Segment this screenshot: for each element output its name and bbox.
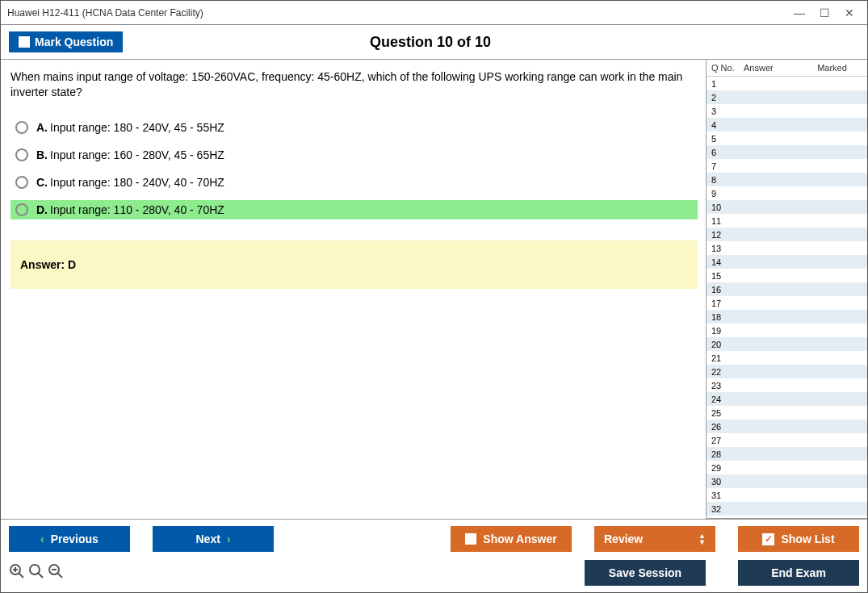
chevron-right-icon: › bbox=[227, 532, 231, 545]
list-row[interactable]: 28 bbox=[707, 447, 867, 461]
option-b[interactable]: B.Input range: 160 - 280V, 45 - 65HZ bbox=[10, 145, 698, 165]
previous-button[interactable]: ‹ Previous bbox=[9, 526, 130, 552]
checkbox-icon bbox=[465, 533, 476, 545]
list-row[interactable]: 16 bbox=[707, 282, 867, 296]
review-button[interactable]: Review ▲▼ bbox=[594, 526, 715, 552]
list-row[interactable]: 17 bbox=[707, 296, 867, 310]
list-row[interactable]: 1 bbox=[707, 77, 867, 90]
list-row[interactable]: 5 bbox=[707, 132, 867, 145]
list-row[interactable]: 23 bbox=[707, 378, 867, 392]
list-row[interactable]: 20 bbox=[707, 337, 867, 351]
list-row[interactable]: 10 bbox=[707, 200, 867, 214]
app-window: Huawei H12-411 (HCNA Data Center Facilit… bbox=[0, 0, 868, 593]
close-icon[interactable]: ✕ bbox=[845, 6, 854, 19]
svg-line-5 bbox=[39, 573, 44, 578]
titlebar: Huawei H12-411 (HCNA Data Center Facilit… bbox=[1, 1, 867, 25]
question-header-row: Mark Question Question 10 of 10 bbox=[1, 25, 867, 60]
radio-icon bbox=[15, 148, 28, 161]
question-text: When mains input range of voltage: 150-2… bbox=[10, 69, 698, 100]
list-row[interactable]: 15 bbox=[707, 269, 867, 282]
col-marked: Marked bbox=[802, 63, 862, 73]
next-button[interactable]: Next › bbox=[153, 526, 274, 552]
save-session-button[interactable]: Save Session bbox=[585, 560, 706, 586]
question-counter: Question 10 of 10 bbox=[123, 34, 738, 51]
list-row[interactable]: 25 bbox=[707, 406, 867, 420]
list-row[interactable]: 2 bbox=[707, 90, 867, 104]
zoom-out-icon[interactable] bbox=[48, 563, 64, 583]
svg-line-1 bbox=[19, 573, 24, 578]
answer-label: Answer: D bbox=[20, 258, 76, 271]
list-row[interactable]: 27 bbox=[707, 433, 867, 447]
list-row[interactable]: 8 bbox=[707, 173, 867, 186]
list-row[interactable]: 19 bbox=[707, 324, 867, 337]
window-title: Huawei H12-411 (HCNA Data Center Facilit… bbox=[7, 7, 203, 19]
list-row[interactable]: 26 bbox=[707, 420, 867, 433]
radio-icon bbox=[15, 176, 28, 189]
list-row[interactable]: 14 bbox=[707, 255, 867, 269]
option-d[interactable]: D.Input range: 110 - 280V, 40 - 70HZ bbox=[10, 200, 698, 219]
show-answer-button[interactable]: Show Answer bbox=[451, 526, 572, 552]
mark-question-button[interactable]: Mark Question bbox=[9, 31, 123, 52]
minimize-icon[interactable]: — bbox=[794, 6, 805, 19]
svg-line-7 bbox=[58, 573, 63, 578]
list-row[interactable]: 18 bbox=[707, 310, 867, 324]
list-row[interactable]: 30 bbox=[707, 474, 867, 488]
question-list-panel: Q No. Answer Marked 12345678910111213141… bbox=[706, 60, 867, 519]
col-answer: Answer bbox=[744, 63, 802, 73]
list-row[interactable]: 33 bbox=[707, 516, 867, 518]
list-row[interactable]: 6 bbox=[707, 145, 867, 159]
maximize-icon[interactable]: ☐ bbox=[820, 6, 830, 19]
list-row[interactable]: 11 bbox=[707, 214, 867, 228]
sort-arrows-icon: ▲▼ bbox=[698, 532, 706, 545]
svg-point-4 bbox=[30, 565, 40, 574]
list-row[interactable]: 22 bbox=[707, 365, 867, 378]
list-row[interactable]: 4 bbox=[707, 118, 867, 132]
list-body[interactable]: 1234567891011121314151617181920212223242… bbox=[707, 77, 867, 518]
list-row[interactable]: 13 bbox=[707, 241, 867, 255]
question-pane: When mains input range of voltage: 150-2… bbox=[1, 60, 706, 519]
answer-box: Answer: D bbox=[10, 240, 698, 289]
radio-icon bbox=[15, 203, 28, 216]
option-c[interactable]: C.Input range: 180 - 240V, 40 - 70HZ bbox=[10, 173, 698, 192]
options-list: A.Input range: 180 - 240V, 45 - 55HZ B.I… bbox=[10, 118, 698, 219]
list-row[interactable]: 31 bbox=[707, 488, 867, 502]
checkbox-icon bbox=[19, 36, 30, 48]
checkbox-checked-icon: ✓ bbox=[762, 533, 774, 545]
chevron-left-icon: ‹ bbox=[40, 532, 44, 545]
list-row[interactable]: 9 bbox=[707, 186, 867, 200]
list-row[interactable]: 32 bbox=[707, 502, 867, 516]
list-row[interactable]: 7 bbox=[707, 159, 867, 173]
list-header: Q No. Answer Marked bbox=[707, 60, 867, 77]
list-row[interactable]: 24 bbox=[707, 392, 867, 406]
radio-icon bbox=[15, 121, 28, 134]
zoom-in-icon[interactable] bbox=[9, 563, 25, 583]
mark-question-label: Mark Question bbox=[35, 35, 113, 48]
end-exam-button[interactable]: End Exam bbox=[738, 560, 859, 586]
list-row[interactable]: 21 bbox=[707, 351, 867, 365]
footer: ‹ Previous Next › Show Answer Review ▲▼ … bbox=[1, 519, 867, 592]
option-a[interactable]: A.Input range: 180 - 240V, 45 - 55HZ bbox=[10, 118, 698, 137]
zoom-icon[interactable] bbox=[28, 563, 44, 583]
list-row[interactable]: 3 bbox=[707, 104, 867, 118]
col-qno: Q No. bbox=[711, 63, 744, 73]
list-row[interactable]: 29 bbox=[707, 461, 867, 474]
show-list-button[interactable]: ✓ Show List bbox=[738, 526, 859, 552]
list-row[interactable]: 12 bbox=[707, 228, 867, 241]
